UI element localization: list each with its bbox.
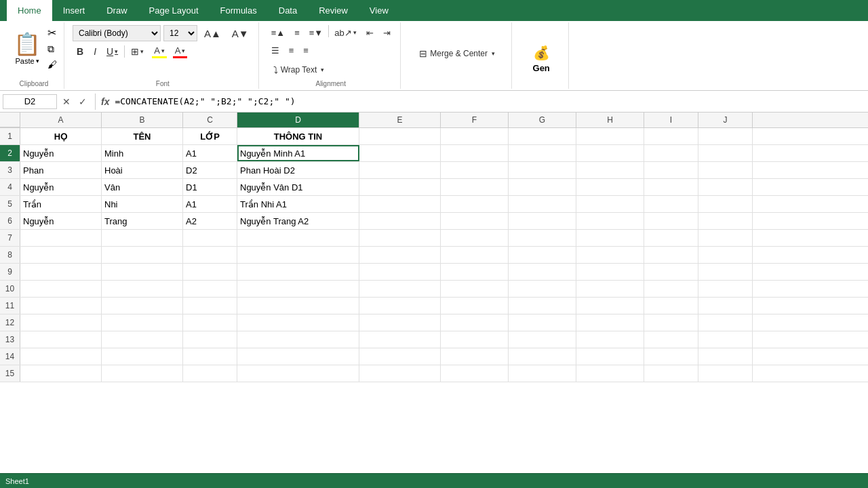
tab-view[interactable]: View — [359, 0, 399, 21]
cell-B7[interactable] — [102, 230, 183, 246]
cell-D5[interactable]: Trần Nhi A1 — [237, 196, 359, 212]
cell-C5[interactable]: A1 — [183, 196, 237, 212]
cancel-formula-button[interactable]: ✕ — [60, 95, 73, 108]
align-left-button[interactable]: ☰ — [267, 43, 283, 58]
cell-G4[interactable] — [509, 179, 576, 195]
cell-I9[interactable] — [644, 264, 698, 280]
cell-E9[interactable] — [359, 264, 441, 280]
cell-A9[interactable] — [20, 264, 102, 280]
align-top-left-button[interactable]: ≡▲ — [267, 25, 289, 40]
cell-A2[interactable]: Nguyễn — [20, 145, 102, 161]
row-header-8[interactable]: 8 — [0, 247, 20, 263]
cell-I1[interactable] — [644, 128, 698, 144]
cell-G7[interactable] — [509, 230, 576, 246]
row-header-7[interactable]: 7 — [0, 230, 20, 246]
tab-home[interactable]: Home — [7, 0, 52, 21]
cell-I15[interactable] — [644, 365, 698, 382]
cell-I8[interactable] — [644, 247, 698, 263]
col-header-h[interactable]: H — [576, 113, 644, 127]
cell-J15[interactable] — [698, 365, 753, 382]
row-header-6[interactable]: 6 — [0, 213, 20, 229]
tab-draw[interactable]: Draw — [96, 0, 138, 21]
format-painter-button[interactable]: 🖌 — [46, 58, 58, 71]
cell-F3[interactable] — [441, 162, 509, 178]
font-color-button[interactable]: A ▾ — [171, 44, 190, 59]
cell-H15[interactable] — [576, 365, 644, 382]
cell-B5[interactable]: Nhi — [102, 196, 183, 212]
cell-H6[interactable] — [576, 213, 644, 229]
cut-button[interactable]: ✂ — [46, 25, 58, 41]
font-size-selector[interactable]: 12 — [163, 25, 197, 41]
cell-G14[interactable] — [509, 348, 576, 365]
cell-G10[interactable] — [509, 281, 576, 297]
cell-B2[interactable]: Minh — [102, 145, 183, 161]
cell-J9[interactable] — [698, 264, 753, 280]
italic-button[interactable]: I — [90, 44, 100, 59]
cell-reference-box[interactable]: D2 — [3, 94, 57, 109]
cell-B4[interactable]: Vân — [102, 179, 183, 195]
cell-G11[interactable] — [509, 298, 576, 314]
cell-E11[interactable] — [359, 298, 441, 314]
cell-C1[interactable]: LỚP — [183, 128, 237, 144]
tab-data[interactable]: Data — [268, 0, 308, 21]
col-header-i[interactable]: I — [644, 113, 698, 127]
align-right-button[interactable]: ≡ — [299, 43, 313, 58]
cell-C3[interactable]: D2 — [183, 162, 237, 178]
cell-I5[interactable] — [644, 196, 698, 212]
cell-J6[interactable] — [698, 213, 753, 229]
cell-H5[interactable] — [576, 196, 644, 212]
cell-A10[interactable] — [20, 281, 102, 297]
cell-E10[interactable] — [359, 281, 441, 297]
cell-G12[interactable] — [509, 314, 576, 331]
col-header-b[interactable]: B — [102, 113, 183, 127]
cell-E13[interactable] — [359, 331, 441, 348]
tab-review[interactable]: Review — [308, 0, 359, 21]
copy-button[interactable]: ⧉ — [46, 42, 58, 56]
cell-C14[interactable] — [183, 348, 237, 365]
cell-J3[interactable] — [698, 162, 753, 178]
cell-G9[interactable] — [509, 264, 576, 280]
cell-J12[interactable] — [698, 314, 753, 331]
align-top-center-button[interactable]: ≡ — [290, 25, 304, 40]
cell-A5[interactable]: Trần — [20, 196, 102, 212]
cell-F2[interactable] — [441, 145, 509, 161]
cell-D7[interactable] — [237, 230, 359, 246]
cell-I14[interactable] — [644, 348, 698, 365]
indent-increase-button[interactable]: ⇥ — [379, 25, 395, 40]
cell-F4[interactable] — [441, 179, 509, 195]
bold-button[interactable]: B — [73, 44, 87, 59]
cell-J11[interactable] — [698, 298, 753, 314]
cell-G2[interactable] — [509, 145, 576, 161]
paste-button[interactable]: 📋 Paste▾ — [9, 30, 45, 66]
formula-input[interactable] — [115, 96, 865, 106]
align-center-button[interactable]: ≡ — [285, 43, 298, 58]
cell-F5[interactable] — [441, 196, 509, 212]
cell-A11[interactable] — [20, 298, 102, 314]
cell-F15[interactable] — [441, 365, 509, 382]
cell-F7[interactable] — [441, 230, 509, 246]
cell-I2[interactable] — [644, 145, 698, 161]
cell-D12[interactable] — [237, 314, 359, 331]
cell-I11[interactable] — [644, 298, 698, 314]
cell-C15[interactable] — [183, 365, 237, 382]
decrease-font-button[interactable]: A▼ — [228, 26, 253, 41]
cell-D8[interactable] — [237, 247, 359, 263]
cell-H4[interactable] — [576, 179, 644, 195]
tab-insert[interactable]: Insert — [52, 0, 96, 21]
cell-F9[interactable] — [441, 264, 509, 280]
cell-A6[interactable]: Nguyễn — [20, 213, 102, 229]
cell-J14[interactable] — [698, 348, 753, 365]
cell-A4[interactable]: Nguyễn — [20, 179, 102, 195]
cell-F6[interactable] — [441, 213, 509, 229]
row-header-2[interactable]: 2 — [0, 145, 20, 161]
row-header-11[interactable]: 11 — [0, 298, 20, 314]
wrap-text-button[interactable]: ⤵ Wrap Text ▾ — [267, 62, 331, 78]
cell-F11[interactable] — [441, 298, 509, 314]
cell-E5[interactable] — [359, 196, 441, 212]
cell-G1[interactable] — [509, 128, 576, 144]
cell-F8[interactable] — [441, 247, 509, 263]
cell-I7[interactable] — [644, 230, 698, 246]
cell-A3[interactable]: Phan — [20, 162, 102, 178]
row-header-4[interactable]: 4 — [0, 179, 20, 195]
cell-H14[interactable] — [576, 348, 644, 365]
